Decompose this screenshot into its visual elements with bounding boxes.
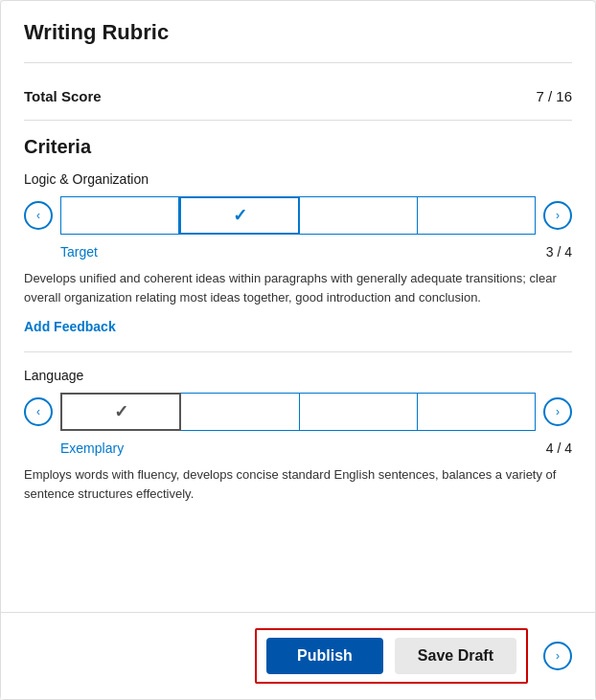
criteria-2-target-row: Exemplary 4 / 4 — [24, 440, 572, 456]
criteria-1-target-label: Target — [60, 244, 98, 260]
total-score-value: 7 / 16 — [536, 88, 572, 104]
criteria-1-prev-button[interactable]: ‹ — [24, 201, 53, 230]
total-score-row: Total Score 7 / 16 — [24, 79, 572, 120]
criteria-1-score-row: ‹ ✓ › — [24, 196, 572, 235]
criteria-1-cell-0[interactable] — [60, 196, 179, 235]
criteria-2-cell-3[interactable] — [418, 393, 536, 431]
footer: Publish Save Draft › — [1, 612, 595, 699]
publish-button[interactable]: Publish — [266, 638, 383, 674]
footer-next-button[interactable]: › — [543, 642, 572, 670]
criteria-1-next-button[interactable]: › — [543, 201, 572, 230]
criteria-1-checkmark: ✓ — [233, 205, 247, 226]
criteria-2-prev-button[interactable]: ‹ — [24, 397, 53, 426]
criteria-2-description: Employs words with fluency, develops con… — [24, 465, 572, 503]
footer-buttons-wrapper: Publish Save Draft — [255, 628, 528, 684]
criteria-1-description: Develops unified and coherent ideas with… — [24, 269, 572, 306]
criteria-1-cell-2[interactable] — [300, 196, 418, 235]
criteria-1-add-feedback-button[interactable]: Add Feedback — [24, 319, 116, 334]
criteria-1-target-row: Target 3 / 4 — [24, 244, 572, 260]
criteria-1-cell-1[interactable]: ✓ — [179, 196, 300, 235]
title-divider — [24, 62, 572, 63]
criteria-2-checkmark: ✓ — [114, 401, 128, 422]
criteria-2-next-button[interactable]: › — [543, 397, 572, 426]
criteria-divider — [24, 351, 572, 352]
criteria-1-score: 3 / 4 — [546, 244, 572, 260]
page-title: Writing Rubric — [24, 20, 572, 45]
save-draft-button[interactable]: Save Draft — [395, 638, 516, 674]
criteria-1-cell-3[interactable] — [418, 196, 536, 235]
score-divider — [24, 120, 572, 121]
criteria-2-cell-1[interactable] — [181, 393, 299, 431]
writing-rubric-panel: Writing Rubric Total Score 7 / 16 Criter… — [0, 0, 596, 700]
criteria-1-cells: ✓ — [60, 196, 536, 235]
total-score-label: Total Score — [24, 88, 102, 104]
criteria-2-label: Language — [24, 368, 572, 383]
criteria-2-cells: ✓ — [60, 393, 536, 431]
criteria-2-score: 4 / 4 — [546, 440, 572, 456]
criteria-2-score-row: ‹ ✓ › — [24, 393, 572, 431]
criteria-language: Language ‹ ✓ › Exemplary 4 / 4 Employs w… — [24, 368, 572, 503]
criteria-logic-organization: Logic & Organization ‹ ✓ › Target 3 / 4 … — [24, 171, 572, 351]
criteria-2-cell-2[interactable] — [300, 393, 418, 431]
criteria-2-cell-0[interactable]: ✓ — [60, 393, 181, 431]
criteria-section-title: Criteria — [24, 136, 572, 158]
criteria-1-label: Logic & Organization — [24, 171, 572, 187]
criteria-2-target-label: Exemplary — [60, 440, 124, 456]
